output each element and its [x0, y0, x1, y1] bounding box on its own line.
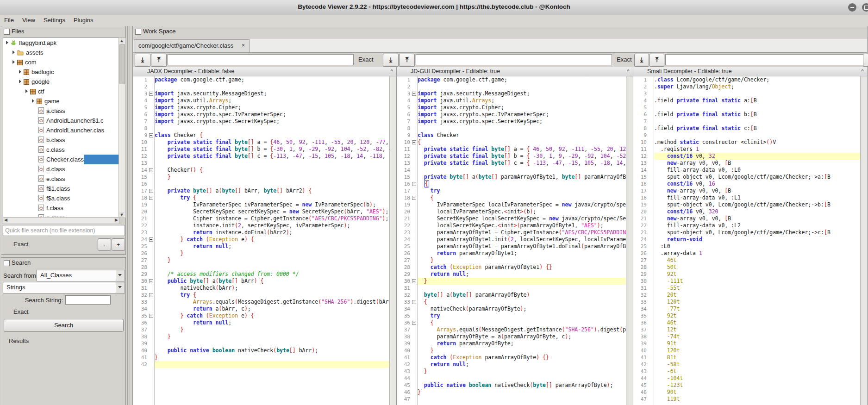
fold-marker-icon[interactable] [149, 196, 153, 200]
fold-marker-icon[interactable] [412, 300, 416, 304]
fold-marker-icon[interactable] [149, 237, 153, 242]
fold-marker-icon[interactable] [149, 168, 153, 172]
tree-item-c-class[interactable]: c.class [3, 145, 119, 155]
panel-splitter[interactable] [126, 26, 132, 405]
fold-marker-icon[interactable] [149, 279, 153, 283]
jadx-code[interactable]: package com.google.ctf.game;import java.… [155, 76, 389, 405]
maximize-icon[interactable] [862, 3, 868, 12]
search-from-select[interactable]: All_Classes [37, 270, 125, 281]
title-bar: Bytecode Viewer 2.9.22 - https://bytecod… [0, 0, 868, 15]
chevron-down-icon[interactable] [116, 282, 125, 293]
pane3-search-extra-button[interactable] [863, 54, 868, 67]
fold-marker-icon[interactable] [412, 92, 416, 96]
menu-file[interactable]: File [0, 15, 18, 24]
fold-marker-icon[interactable] [149, 293, 153, 297]
tree-item-f-class[interactable]: f.class [3, 203, 119, 213]
fold-marker-icon[interactable] [149, 133, 153, 137]
pane3-search-prev-button[interactable]: ⤒ [649, 54, 664, 67]
collapse-icon[interactable]: ^ [859, 67, 866, 76]
workspace-panel: Work Space com/google/ctf/game/Checker.c… [132, 26, 868, 405]
collapse-icon[interactable]: ^ [388, 67, 395, 76]
code-line: SecretKeySpec localSecretKeySpec = new j… [418, 215, 626, 222]
jadx-scrollbar[interactable] [389, 76, 396, 405]
smali-code[interactable]: .class Lcom/google/ctf/game/Checker;.sup… [654, 76, 860, 405]
expander-icon[interactable] [32, 99, 34, 103]
tree-item-checker-class[interactable]: Checker.class [3, 155, 119, 164]
fold-marker-icon[interactable] [412, 196, 416, 200]
scroll-up-icon[interactable]: ▲ [119, 38, 125, 44]
menu-view[interactable]: View [18, 15, 39, 24]
expander-icon[interactable] [6, 41, 8, 44]
collapse-icon[interactable]: ^ [624, 67, 632, 76]
smali-scrollbar[interactable] [860, 76, 867, 405]
pane2-exact-label[interactable]: Exact [617, 56, 632, 63]
fold-marker-icon[interactable] [149, 92, 153, 96]
tree-item-ctf[interactable]: ctf [3, 87, 119, 96]
quick-file-search-input[interactable] [3, 225, 125, 236]
tree-item-flaggybird-apk[interactable]: flaggybird.apk [3, 38, 119, 48]
scrollbar-thumb[interactable] [119, 44, 125, 84]
close-icon[interactable]: × [242, 42, 245, 49]
tree-item-f-1-class[interactable]: f$1.class [3, 184, 119, 193]
jadx-editor[interactable]: 1234567891011121314151617181920212223242… [133, 76, 396, 405]
tree-item-assets[interactable]: assets [3, 48, 119, 57]
search-string-input[interactable] [65, 295, 111, 305]
pane1-search-prev-button[interactable]: ⤒ [151, 54, 167, 67]
line-number: 36 [133, 319, 154, 326]
tree-item-b-class[interactable]: b.class [3, 135, 119, 145]
pane2-search-next-button[interactable]: ⤓ [383, 54, 399, 67]
tree-item-d-class[interactable]: d.class [3, 164, 119, 174]
tree-horizontal-scrollbar[interactable]: ◀ ▶ [3, 217, 119, 224]
tree-item-game[interactable]: game [3, 96, 119, 106]
pane2-search-input[interactable] [416, 54, 612, 65]
tab-checker-class[interactable]: com/google/ctf/game/Checker.class × [134, 39, 250, 53]
tree-item-badlogic[interactable]: badlogic [3, 67, 119, 77]
file-tree[interactable]: flaggybird.apkassetscombadlogicgooglectf… [3, 37, 119, 218]
chevron-down-icon[interactable] [116, 270, 125, 281]
line-number: 24 [133, 236, 154, 243]
tree-item-androidlauncher-1-c[interactable]: AndroidLauncher$1.c [3, 116, 119, 125]
tree-item-e-class[interactable]: e.class [3, 174, 119, 184]
fold-marker-icon[interactable] [149, 314, 153, 318]
fold-marker-icon[interactable] [412, 321, 416, 325]
smali-editor[interactable]: 1234567891011121314151617181920212223242… [633, 76, 867, 405]
menu-settings[interactable]: Settings [39, 15, 69, 24]
expander-icon[interactable] [25, 89, 28, 93]
pane3-search-next-button[interactable]: ⤓ [634, 54, 649, 67]
font-decrease-button[interactable]: - [98, 238, 111, 251]
menu-plugins[interactable]: Plugins [69, 15, 98, 24]
expander-icon[interactable] [12, 50, 15, 54]
code-line: private static final byte[] a = {46, 50,… [155, 139, 389, 146]
tree-item-google[interactable]: google [3, 77, 119, 87]
tree-item-com[interactable]: com [3, 57, 119, 67]
line-number: 9 [133, 132, 154, 139]
fold-marker-icon[interactable] [412, 140, 416, 144]
minimize-icon[interactable] [848, 3, 856, 12]
code-line: private static final byte[] c = {-113, -… [155, 153, 389, 160]
pane3-search-input[interactable] [665, 54, 864, 65]
jdgui-scrollbar[interactable] [626, 76, 633, 405]
scroll-left-icon[interactable]: ◀ [3, 218, 8, 223]
tree-item-androidlauncher-clas[interactable]: AndroidLauncher.clas [3, 125, 119, 135]
scroll-down-icon[interactable]: ▼ [119, 212, 125, 218]
jdgui-code[interactable]: package com.google.ctf.game;import java.… [418, 76, 626, 405]
fold-marker-icon[interactable] [412, 182, 416, 186]
pane1-search-next-button[interactable]: ⤓ [135, 54, 150, 67]
pane2-search-prev-button[interactable]: ⤒ [399, 54, 415, 67]
fold-marker-icon[interactable] [412, 279, 416, 283]
tree-vertical-scrollbar[interactable]: ▲ ▼ [119, 37, 126, 218]
font-increase-button[interactable]: + [112, 238, 125, 251]
jdgui-editor[interactable]: 1234567891011121314151617181920212223242… [397, 76, 633, 405]
expander-icon[interactable] [19, 80, 21, 83]
line-number: 33 [133, 299, 154, 305]
search-button[interactable]: Search [4, 319, 124, 332]
scroll-right-icon[interactable]: ▶ [114, 218, 119, 223]
tree-item-f-a-class[interactable]: f$a.class [3, 193, 119, 203]
search-type-select[interactable]: Strings [3, 282, 125, 293]
fold-marker-icon[interactable] [149, 189, 153, 193]
pane1-exact-label[interactable]: Exact [358, 56, 374, 63]
expander-icon[interactable] [19, 70, 21, 74]
expander-icon[interactable] [12, 60, 15, 64]
pane1-search-input[interactable] [168, 54, 354, 65]
tree-item-a-class[interactable]: a.class [3, 106, 119, 116]
